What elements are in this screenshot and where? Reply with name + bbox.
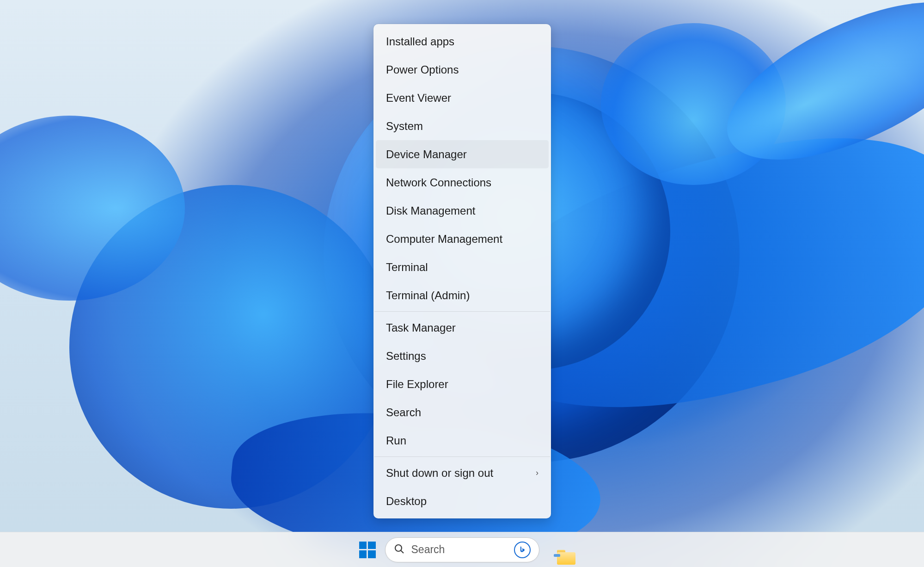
menu-item-label: Terminal (386, 261, 428, 274)
menu-item-terminal-admin[interactable]: Terminal (Admin) (376, 281, 549, 309)
menu-separator (374, 456, 550, 457)
menu-item-label: File Explorer (386, 378, 448, 391)
menu-item-file-explorer[interactable]: File Explorer (376, 370, 549, 398)
menu-item-label: Power Options (386, 63, 459, 76)
start-button[interactable] (355, 537, 380, 563)
windows-logo-icon (359, 542, 376, 558)
menu-item-desktop[interactable]: Desktop (376, 487, 549, 515)
menu-item-network-connections[interactable]: Network Connections (376, 168, 549, 197)
menu-item-label: Terminal (Admin) (386, 289, 470, 302)
menu-item-task-manager[interactable]: Task Manager (376, 314, 549, 342)
menu-item-terminal[interactable]: Terminal (376, 253, 549, 281)
menu-item-installed-apps[interactable]: Installed apps (376, 27, 549, 55)
menu-item-system[interactable]: System (376, 112, 549, 140)
menu-item-label: Task Manager (386, 321, 456, 334)
menu-item-event-viewer[interactable]: Event Viewer (376, 84, 549, 112)
menu-item-label: Settings (386, 350, 426, 363)
menu-item-label: Run (386, 434, 406, 447)
menu-item-label: Desktop (386, 495, 427, 508)
menu-item-label: Event Viewer (386, 92, 451, 105)
menu-item-computer-management[interactable]: Computer Management (376, 225, 549, 253)
menu-item-power-options[interactable]: Power Options (376, 55, 549, 84)
menu-item-disk-management[interactable]: Disk Management (376, 197, 549, 225)
taskbar-search[interactable]: Search (385, 537, 539, 562)
menu-item-label: Search (386, 406, 421, 419)
file-explorer-taskbar-button[interactable] (544, 537, 570, 563)
menu-separator (374, 311, 550, 312)
chevron-right-icon: › (536, 468, 538, 478)
menu-item-settings[interactable]: Settings (376, 342, 549, 370)
svg-point-0 (395, 545, 402, 551)
menu-item-search[interactable]: Search (376, 398, 549, 426)
menu-item-label: Shut down or sign out (386, 467, 493, 480)
winx-power-user-menu: Installed appsPower OptionsEvent ViewerS… (373, 24, 551, 518)
bing-chat-icon[interactable] (514, 542, 531, 558)
menu-item-label: Installed apps (386, 35, 454, 48)
menu-item-device-manager[interactable]: Device Manager (376, 140, 549, 168)
search-icon (394, 543, 405, 556)
menu-item-label: Disk Management (386, 204, 475, 217)
search-placeholder: Search (411, 543, 508, 556)
menu-item-label: Network Connections (386, 176, 491, 189)
menu-item-label: Computer Management (386, 233, 502, 246)
menu-item-run[interactable]: Run (376, 426, 549, 455)
menu-item-shut-down[interactable]: Shut down or sign out› (376, 459, 549, 487)
menu-item-label: Device Manager (386, 148, 467, 161)
svg-line-1 (401, 550, 404, 553)
menu-item-label: System (386, 120, 423, 133)
taskbar: Search (0, 532, 924, 567)
